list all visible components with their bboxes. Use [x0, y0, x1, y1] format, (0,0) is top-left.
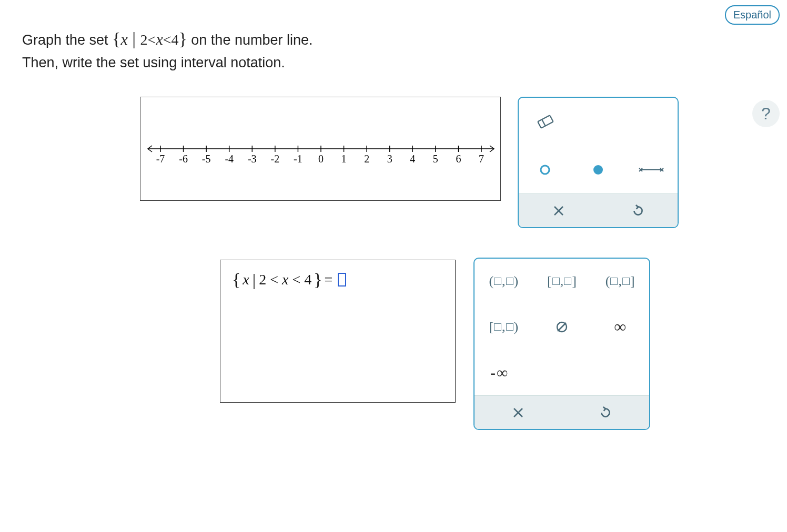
tick-label: 0	[318, 153, 324, 165]
x-icon	[512, 407, 524, 418]
prompt-text-post: on the number line.	[187, 32, 313, 48]
neg-infinity-button[interactable]: -∞	[475, 350, 533, 395]
set-condition: 2<x<4	[140, 32, 179, 48]
answer-expression: {x|2 < x < 4} =	[232, 270, 443, 290]
ans-brace-close: }	[314, 270, 322, 290]
question-prompt: Graph the set {x | 2<x<4} on the number …	[22, 25, 312, 74]
closed-circle-tool[interactable]	[572, 146, 625, 193]
tick-label: 6	[456, 153, 461, 165]
prompt-line2: Then, write the set using interval notat…	[22, 52, 312, 74]
x-icon	[553, 205, 564, 217]
tick-label: -4	[225, 153, 234, 165]
tick-label: 2	[364, 153, 369, 165]
spacer	[591, 350, 649, 395]
svg-line-17	[542, 119, 546, 126]
tick-label: 1	[341, 153, 347, 165]
reset-icon	[631, 204, 645, 218]
reset-graph-button[interactable]	[598, 194, 678, 227]
prompt-text: Graph the set	[22, 32, 112, 48]
brace-close: }	[179, 29, 187, 48]
open-open-interval-button[interactable]: (,)	[475, 259, 533, 304]
help-button[interactable]: ?	[752, 100, 780, 127]
ans-var: x	[243, 271, 249, 288]
tick-label: 7	[479, 153, 484, 165]
tick-label: -5	[202, 153, 211, 165]
interval-input[interactable]	[338, 273, 346, 287]
tick-label: -1	[294, 153, 302, 165]
number-line-canvas[interactable]: -7-6-5-4-3-2-101234567	[140, 97, 501, 201]
svg-point-18	[541, 166, 549, 174]
spacer	[533, 350, 591, 395]
segment-tool[interactable]	[624, 146, 678, 193]
tick-label: 4	[410, 153, 415, 165]
set-variable: x	[120, 30, 127, 48]
infinity-button[interactable]: ∞	[591, 304, 649, 350]
clear-notation-button[interactable]	[475, 396, 562, 429]
number-line[interactable]: -7-6-5-4-3-2-101234567	[145, 139, 497, 171]
ans-brace-open: {	[232, 270, 240, 290]
tick-label: 3	[387, 153, 392, 165]
graph-tool-palette	[518, 97, 679, 228]
brace-open: {	[112, 29, 120, 48]
tick-label: -2	[271, 153, 280, 165]
closed-open-interval-button[interactable]: [,)	[475, 304, 533, 350]
ans-cond: 2 < x < 4	[259, 271, 311, 288]
clear-graph-button[interactable]	[519, 194, 598, 227]
ans-equals: =	[325, 271, 333, 288]
tick-label: -6	[179, 153, 188, 165]
reset-icon	[599, 406, 612, 420]
tick-label: -3	[248, 153, 257, 165]
tick-label: -7	[156, 153, 165, 165]
open-circle-tool[interactable]	[519, 146, 572, 193]
svg-point-19	[593, 165, 603, 175]
empty-set-icon	[555, 320, 569, 334]
ans-bar: |	[253, 270, 256, 290]
empty-set-button[interactable]	[533, 304, 591, 350]
notation-palette: (,) [,] (,] [,) ∞ -∞	[473, 258, 650, 430]
set-bar: |	[128, 29, 140, 48]
closed-closed-interval-button[interactable]: [,]	[533, 259, 591, 304]
reset-notation-button[interactable]	[562, 396, 649, 429]
language-button[interactable]: Español	[725, 5, 780, 25]
open-closed-interval-button[interactable]: (,]	[591, 259, 649, 304]
answer-input-area: {x|2 < x < 4} =	[220, 260, 456, 403]
tick-label: 5	[433, 153, 438, 165]
svg-rect-16	[538, 115, 553, 128]
eraser-tool[interactable]	[519, 98, 572, 146]
